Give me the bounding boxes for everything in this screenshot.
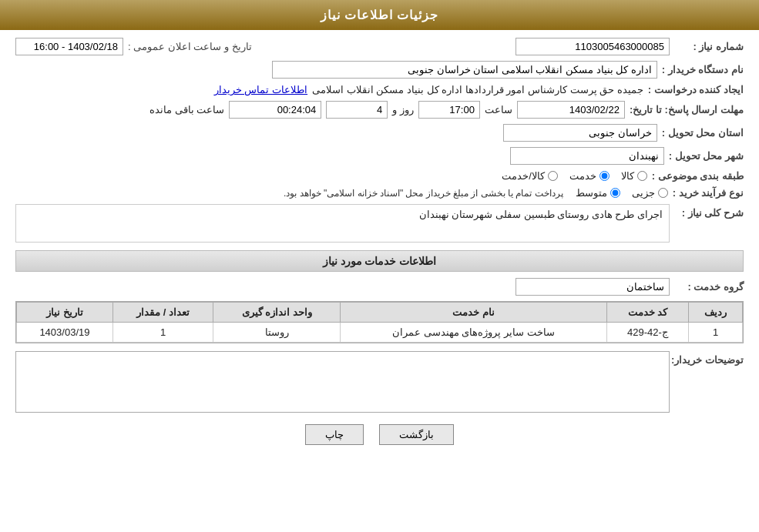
cell-code: ج-42-429 xyxy=(606,323,688,343)
col-code: کد خدمت xyxy=(606,303,688,323)
cell-name: ساخت سایر پروژه‌های مهندسی عمران xyxy=(340,323,606,343)
cell-row: 1 xyxy=(689,323,743,343)
process-note: پرداخت تمام یا بخشی از مبلغ خریداز محل "… xyxy=(284,188,563,199)
cell-unit: روستا xyxy=(213,323,341,343)
category-radio-khedmat: خدمت xyxy=(569,170,610,182)
col-name: نام خدمت xyxy=(340,303,606,323)
col-unit: واحد اندازه گیری xyxy=(213,303,341,323)
col-row: ردیف xyxy=(689,303,743,323)
reply-days-label: روز و xyxy=(392,104,414,115)
service-group-row: گروه خدمت : xyxy=(15,278,744,296)
category-radio-khedmat-input[interactable] xyxy=(599,171,610,181)
table-row: 1ج-42-429ساخت سایر پروژه‌های مهندسی عمرا… xyxy=(17,323,743,343)
buyer-name-input xyxy=(272,61,657,79)
desc-value: اجرای طرح هادی روستای طبسین سفلی شهرستان… xyxy=(419,209,663,220)
reply-days-input xyxy=(326,101,388,119)
process-radio-motavasset-input[interactable] xyxy=(610,188,620,198)
service-group-input xyxy=(516,278,670,296)
process-radio-jozi: جزیی xyxy=(632,187,668,199)
cell-count: 1 xyxy=(113,323,213,343)
services-table-container: ردیف کد خدمت نام خدمت واحد اندازه گیری ت… xyxy=(15,301,744,343)
need-number-label: شماره نیاز : xyxy=(674,41,744,52)
process-radio-jozi-input[interactable] xyxy=(658,188,668,198)
button-row: بازگشت چاپ xyxy=(15,424,744,445)
buyer-name-row: نام دستگاه خریدار : xyxy=(15,61,744,79)
category-radio-kala-input[interactable] xyxy=(637,171,647,181)
category-radio-khedmat-label: خدمت xyxy=(569,170,596,182)
category-radio-both-label: کالا/خدمت xyxy=(502,170,545,182)
province-input xyxy=(503,124,657,142)
cell-date: 1403/03/19 xyxy=(17,323,113,343)
buyer-name-label: نام دستگاه خریدار : xyxy=(662,64,744,75)
reply-date-row: مهلت ارسال پاسخ: تا تاریخ: ساعت روز و سا… xyxy=(15,101,744,119)
province-label: استان محل تحویل : xyxy=(662,127,744,139)
desc-label: شرح کلی نیاز : xyxy=(674,204,744,219)
process-radio-jozi-label: جزیی xyxy=(632,187,655,199)
creator-link[interactable]: اطلاعات تماس خریدار xyxy=(214,84,307,95)
service-section-title: اطلاعات خدمات مورد نیاز xyxy=(15,250,744,272)
services-table: ردیف کد خدمت نام خدمت واحد اندازه گیری ت… xyxy=(16,302,743,343)
creator-row: ایجاد کننده درخواست : جمیده حق پرست کارش… xyxy=(15,84,744,95)
category-radio-both: کالا/خدمت xyxy=(502,170,558,182)
city-input xyxy=(510,147,664,165)
desc-row: شرح کلی نیاز : اجرای طرح هادی روستای طبس… xyxy=(15,204,744,243)
reply-time-label: ساعت xyxy=(485,104,512,115)
page-title: جزئیات اطلاعات نیاز xyxy=(321,8,439,22)
category-label: طبقه بندی موضوعی : xyxy=(652,170,744,182)
category-radio-kala: کالا xyxy=(621,170,647,182)
process-radio-motavasset: متوسط xyxy=(576,187,620,199)
category-row: طبقه بندی موضوعی : کالا خدمت کالا/خدمت xyxy=(15,170,744,182)
category-radio-kala-label: کالا xyxy=(621,170,634,182)
category-radio-both-input[interactable] xyxy=(548,171,558,181)
desc-value-box: اجرای طرح هادی روستای طبسین سفلی شهرستان… xyxy=(15,204,670,243)
creator-value: جمیده حق پرست کارشناس امور قراردادها ادا… xyxy=(312,84,643,95)
print-button[interactable]: چاپ xyxy=(305,424,364,445)
col-count: تعداد / مقدار xyxy=(113,303,213,323)
process-radio-motavasset-label: متوسط xyxy=(576,187,607,199)
reply-timer-input xyxy=(229,101,321,119)
col-date: تاریخ نیاز xyxy=(17,303,113,323)
back-button[interactable]: بازگشت xyxy=(379,424,454,445)
category-radio-group: کالا خدمت کالا/خدمت xyxy=(502,170,647,182)
table-header-row: ردیف کد خدمت نام خدمت واحد اندازه گیری ت… xyxy=(17,303,743,323)
city-label: شهر محل تحویل : xyxy=(669,150,744,162)
process-row: نوع فرآیند خرید : جزیی متوسط پرداخت تمام… xyxy=(15,187,744,199)
reply-date-label: مهلت ارسال پاسخ: تا تاریخ: xyxy=(630,104,744,115)
reply-remaining-label: ساعت باقی مانده xyxy=(149,104,224,115)
service-group-label: گروه خدمت : xyxy=(674,281,744,293)
province-row: استان محل تحویل : xyxy=(15,124,744,142)
reply-time-input xyxy=(418,101,480,119)
need-number-row: شماره نیاز : تاریخ و ساعت اعلان عمومی : xyxy=(15,38,744,55)
need-number-input[interactable] xyxy=(516,38,670,55)
reply-date-input xyxy=(517,101,625,119)
buyer-notes-row: توضیحات خریدار: xyxy=(15,351,744,413)
buyer-notes-textarea[interactable] xyxy=(15,351,670,413)
buyer-notes-label: توضیحات خریدار: xyxy=(674,351,744,366)
city-row: شهر محل تحویل : xyxy=(15,147,744,165)
page-header: جزئیات اطلاعات نیاز xyxy=(0,0,759,30)
creator-label: ایجاد کننده درخواست : xyxy=(648,84,744,95)
announce-date-input xyxy=(15,38,123,55)
process-label: نوع فرآیند خرید : xyxy=(673,187,744,199)
process-radio-group: جزیی متوسط xyxy=(576,187,668,199)
announce-date-label: تاریخ و ساعت اعلان عمومی : xyxy=(128,41,252,52)
